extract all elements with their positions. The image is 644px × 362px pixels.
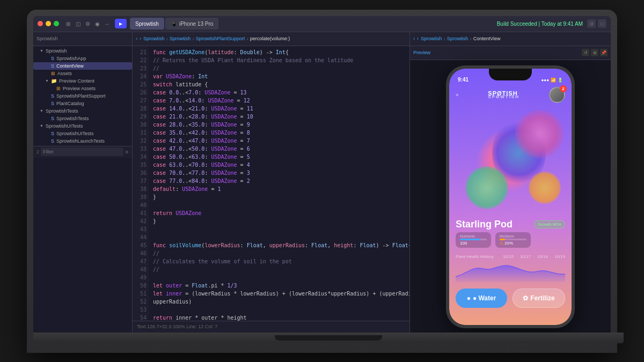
nav-item-root-label: Sprowtish: [46, 48, 67, 54]
nav-item-uitests-file[interactable]: ▼ S SprowtishUITests: [33, 130, 132, 137]
title-bar: ⊞ ◫ ⚙ ◉ → Sprowtish 📱 iPhone 13 Pro: [33, 16, 611, 32]
code-content[interactable]: func getUSDAZone(latitude: Double) -> In…: [149, 46, 409, 321]
nav-item-app[interactable]: ▼ S SprowtishApp: [33, 55, 132, 62]
app-logo: SPØTISH SPØWTISH: [488, 91, 519, 99]
bc-sep1: ›: [166, 36, 168, 42]
sidebar-toggle-icon[interactable]: ⊞: [64, 20, 72, 27]
nav-item-assets[interactable]: ▼ ⊞ Assets: [33, 70, 132, 77]
plant-image-area: [449, 107, 572, 215]
laptop-trackpad-notch: [275, 335, 382, 341]
nav-item-contentview[interactable]: ▼ S ContentView: [33, 62, 132, 70]
assets-icon-2: ⊞: [56, 86, 61, 91]
app-header: ≡ SPØTISH SPØWTISH 2: [449, 85, 572, 107]
plant-name-row: Starling Pod Growth 80%: [456, 219, 565, 230]
preview-content: 9:41 ●●● 📶 🔋: [410, 60, 611, 333]
editor-nav-back[interactable]: ‹: [136, 36, 137, 41]
chart-header: Plant Health History 10/15 10/17 10/14 1…: [456, 254, 565, 259]
nav-item-preview-label: Preview Content: [59, 78, 94, 84]
moisture-warning: ⚠ 20%: [500, 241, 526, 246]
nav-item-tests[interactable]: ▼ SprowtishTests: [33, 107, 132, 115]
navigator-icon[interactable]: ◫: [74, 20, 82, 27]
folder-icon: 📁: [51, 78, 57, 84]
preview-nav-forward[interactable]: ›: [417, 36, 419, 41]
chart-date-1: 10/15: [503, 254, 514, 259]
breakpoint-icon[interactable]: ◉: [93, 20, 101, 27]
step-icon[interactable]: →: [103, 20, 111, 27]
tab-device[interactable]: 📱 iPhone 13 Pro: [165, 18, 218, 29]
nav-item-preview-assets[interactable]: ▼ ⊞ Preview Assets: [33, 85, 132, 92]
fertilize-button[interactable]: ✿ Fertilize: [513, 289, 565, 308]
code-editor[interactable]: 2122232425 2627282930 3132333435 3637383…: [133, 46, 409, 321]
nutrients-bar-fill: [460, 239, 480, 240]
menu-icon[interactable]: ≡: [456, 92, 458, 98]
preview-pin-btn[interactable]: 📌: [600, 49, 608, 56]
nutrients-metric: Nutrients 100: [456, 232, 491, 248]
nav-item-tests-label: SprowtishTests: [46, 108, 78, 114]
nav-filter-input[interactable]: [41, 147, 123, 156]
nav-item-preview-content[interactable]: ▼ 📁 Preview Content: [33, 77, 132, 85]
preview-breadcrumb: Sprowtish › Sprowtish › ContentView: [421, 36, 501, 42]
nav-item-plant-support[interactable]: ▼ S SprowtishPlantSupport: [33, 92, 132, 100]
wifi-icon: 📶: [551, 78, 556, 83]
canvas-btn[interactable]: □: [598, 19, 606, 28]
blob-green: [465, 166, 508, 209]
water-label: ● Water: [473, 294, 496, 302]
fertilize-icon: ✿: [523, 294, 528, 302]
nutrients-num: 100: [460, 241, 467, 246]
laptop: ⊞ ◫ ⚙ ◉ → Sprowtish 📱 iPhone 13 Pro: [27, 10, 617, 353]
swift-icon-7: S: [51, 138, 54, 144]
chart-label: Plant Health History: [456, 254, 494, 259]
editor-nav-forward[interactable]: ›: [140, 36, 141, 41]
water-button[interactable]: ● ● Water: [456, 289, 507, 308]
wave-chart: [456, 261, 565, 282]
tab-label: Sprowtish: [135, 21, 159, 27]
fullscreen-button[interactable]: [54, 21, 59, 26]
app-header-left: ≡: [456, 92, 458, 98]
nav-item-plant-support-label: SprowtishPlantSupport: [56, 93, 106, 99]
pbc1: Sprowtish: [421, 36, 442, 41]
nav-item-launch-tests-label: SprowtishLaunchTests: [56, 138, 105, 144]
blob-orange: [529, 172, 561, 204]
device-icon: 📱: [171, 21, 177, 27]
nav-item-contentview-label: ContentView: [56, 63, 84, 69]
filter-options-icon[interactable]: ⊛: [125, 150, 129, 154]
laptop-bottom: [33, 333, 624, 343]
moisture-label: Moisture: [500, 234, 526, 238]
debug-icon[interactable]: ⚙: [84, 20, 91, 27]
tab-bar: Sprowtish 📱 iPhone 13 Pro: [130, 18, 497, 29]
play-button[interactable]: [115, 19, 127, 28]
window-controls-right: ⊡ □: [587, 19, 606, 28]
editor-area: ‹ › Sprowtish › Sprowtish › SprowtishPla…: [133, 32, 409, 333]
tab-sprowtish[interactable]: Sprowtish: [130, 18, 164, 29]
nav-item-launch-tests[interactable]: ▼ S SprowtishLaunchTests: [33, 137, 132, 145]
inspector-btn[interactable]: ⊡: [587, 19, 596, 28]
nav-root-label: Sprowtish: [36, 36, 58, 41]
swift-icon: S: [51, 56, 54, 61]
pbc-sep1: ›: [444, 36, 445, 42]
close-button[interactable]: [38, 21, 43, 26]
preview-refresh-btn[interactable]: ↺: [582, 49, 589, 56]
preview-nav-back[interactable]: ‹: [413, 36, 415, 41]
nav-item-preview-assets-label: Preview Assets: [63, 86, 96, 91]
nutrients-label: Nutrients: [460, 234, 487, 238]
nav-filter-bar: 2 ⊛: [33, 146, 132, 158]
nav-item-assets-label: Assets: [57, 71, 72, 76]
nav-group-sprowtish: ▼ Sprowtish ▼ S SprowtishApp: [33, 46, 132, 146]
nav-item-root[interactable]: ▼ Sprowtish: [33, 47, 132, 55]
pbc3: ContentView: [473, 36, 501, 41]
nav-item-app-label: SprowtishApp: [56, 56, 86, 61]
nav-item-uitests[interactable]: ▼ SprowtishUITests: [33, 122, 132, 130]
preview-label: Preview: [413, 50, 430, 55]
iphone-notch: [489, 69, 532, 80]
pbc-sep2: ›: [470, 36, 471, 42]
fertilize-label: Fertilize: [530, 294, 554, 302]
minimize-button[interactable]: [46, 21, 51, 26]
growth-badge: Growth 80%: [534, 220, 565, 228]
nav-item-plant-catalog[interactable]: ▼ S PlantCatalog: [33, 100, 132, 107]
preview-zoom-btn[interactable]: ⊕: [591, 49, 598, 56]
warning-icon: ⚠: [500, 241, 503, 246]
iphone-screen: 9:41 ●●● 📶 🔋: [449, 69, 572, 325]
xcode-window: ⊞ ◫ ⚙ ◉ → Sprowtish 📱 iPhone 13 Pro: [33, 16, 611, 333]
swift-icon-5: S: [51, 116, 54, 121]
nav-item-tests-file[interactable]: ▼ S SprowtishTests: [33, 115, 132, 122]
